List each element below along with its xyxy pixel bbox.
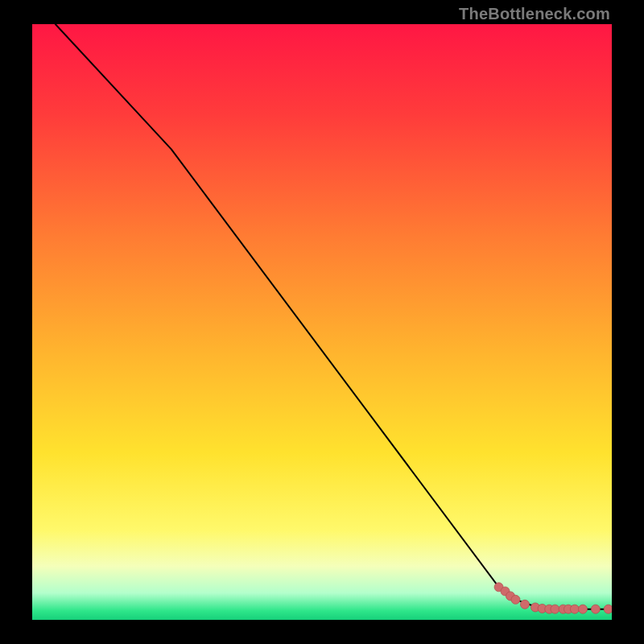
plot-area <box>32 24 612 620</box>
marker-point <box>570 605 579 613</box>
marker-point <box>521 600 530 609</box>
marker-point <box>511 595 520 604</box>
marker-point <box>604 605 612 613</box>
marker-point <box>551 605 559 613</box>
marker-point <box>591 605 600 613</box>
gradient-background <box>32 24 612 620</box>
watermark-text: TheBottleneck.com <box>459 5 610 23</box>
chart-frame: TheBottleneck.com <box>0 0 644 644</box>
marker-point <box>579 605 588 613</box>
chart-svg <box>32 24 612 620</box>
